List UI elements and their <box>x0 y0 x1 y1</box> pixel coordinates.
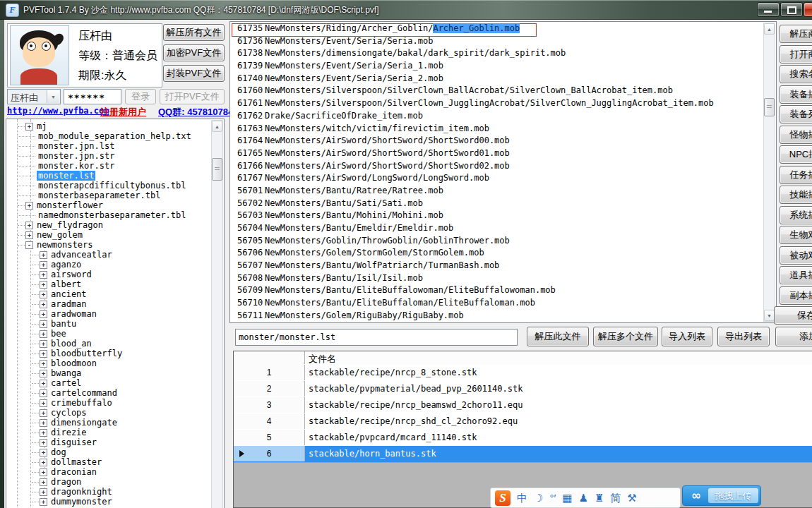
tree-expand-icon[interactable]: + <box>25 123 33 131</box>
tree-item[interactable]: monster.lst <box>6 171 211 181</box>
register-link[interactable]: 注册新用户 <box>100 106 146 119</box>
scroll-up-icon[interactable]: ▲ <box>212 121 222 132</box>
selected-path-input[interactable] <box>235 329 518 346</box>
tree-item[interactable]: +direzie <box>6 428 211 437</box>
open-pvf-button[interactable]: 打开PVF文件 <box>160 89 225 104</box>
file-list-row[interactable]: 56710NewMonsters/Bantu/EliteBuffaloman/E… <box>230 298 763 310</box>
tree-item[interactable]: mob_module_separation_help.txt <box>6 131 211 141</box>
right-panel-button[interactable]: 装备列 <box>780 105 812 123</box>
title-bar[interactable]: F PVFTool 1.7.4 By 沙金 http://www.pvfba.c… <box>0 0 812 20</box>
tree-expand-icon[interactable]: + <box>40 340 47 348</box>
tree-expand-icon[interactable]: + <box>40 310 47 318</box>
punctuation-icon[interactable]: °′ <box>549 488 556 507</box>
tree-item[interactable]: +airsword <box>6 270 211 279</box>
minimize-button[interactable] <box>757 2 780 17</box>
tree-expand-icon[interactable]: + <box>40 281 47 289</box>
import-list-button[interactable]: 导入列表 <box>662 327 712 346</box>
tree-scrollbar[interactable]: ▲ <box>211 120 223 508</box>
right-panel-button[interactable]: 保存 <box>774 306 812 325</box>
sogou-logo-icon[interactable]: S <box>495 490 511 506</box>
tree-item[interactable]: +cartelcommand <box>6 388 211 398</box>
tree-item[interactable]: +ancient <box>6 289 211 299</box>
tree-item[interactable]: +disguiser <box>6 437 211 447</box>
tree-item[interactable]: +dragonknight <box>6 487 211 497</box>
drag-upload-button[interactable]: ∞ 拖拽上传 <box>682 485 761 506</box>
unpack-this-file-button[interactable]: 解压此文件 <box>527 327 589 346</box>
tree-item[interactable]: monster.jpn.str <box>6 151 211 161</box>
tree-item[interactable]: +dragon <box>6 477 211 487</box>
tree-item[interactable]: -newmonsters <box>6 240 211 250</box>
file-list-row[interactable]: 56701NewMonsters/Bantu/Ratree/Ratree.mob <box>230 186 763 198</box>
tree-item[interactable]: +monsterflower <box>6 200 211 210</box>
unpack-all-button[interactable]: 解压所有文件 <box>163 24 225 41</box>
tree-expand-icon[interactable]: + <box>40 449 47 456</box>
tree-expand-icon[interactable]: + <box>40 389 47 397</box>
file-list-row[interactable]: 56709NewMonsters/Bantu/EliteBuffalowoman… <box>230 285 763 298</box>
file-list-row[interactable]: 61767NewMonsters/AirSword/LongSword/Long… <box>230 173 763 186</box>
tree-expand-icon[interactable]: + <box>40 301 47 308</box>
tree-item[interactable]: monsterbaseparameter.tbl <box>6 190 211 200</box>
file-list-row[interactable]: 61735NewMonsters/Riding/Archer_Goblin/Ar… <box>230 23 763 36</box>
file-list-row[interactable]: 61762Drake/SacrificeOfDrake_item.mob <box>230 111 763 123</box>
tree-item[interactable]: +bloodbutterfly <box>6 349 211 358</box>
row-header-cell[interactable]: 2 <box>234 381 305 397</box>
filename-column-header[interactable]: 文件名 <box>309 353 336 365</box>
tree-item[interactable]: +aganzo <box>6 260 211 270</box>
file-list-row[interactable]: 56703NewMonsters/Bantu/Mohini/Mohini.mob <box>230 210 763 223</box>
file-list-row[interactable]: 61766NewMonsters/AirSword/ShortSword/Sho… <box>230 161 763 174</box>
table-row[interactable]: 3stackable/recipe/nrcp_beamswd_2choro11.… <box>234 397 812 414</box>
tree-expand-icon[interactable]: + <box>40 488 47 496</box>
tree-item[interactable]: +new_golem <box>6 230 211 240</box>
tree-expand-icon[interactable]: + <box>40 409 47 417</box>
right-panel-button[interactable]: 技能描 <box>780 186 812 204</box>
table-row[interactable]: 2stackable/pvpmaterial/bead_pvp_2601140.… <box>234 381 812 398</box>
maximize-button[interactable] <box>780 2 803 17</box>
right-panel-button[interactable]: 解压商 <box>780 25 812 43</box>
right-panel-button[interactable]: 道具描 <box>780 266 812 284</box>
tree-scrollbar-thumb[interactable] <box>212 158 222 181</box>
right-panel-button[interactable]: 装备描 <box>780 85 812 104</box>
tree-item[interactable]: +draconian <box>6 467 211 477</box>
site-link[interactable]: http://www.pvfba.com <box>7 106 109 116</box>
tree-item[interactable]: +dummymonster <box>6 497 211 507</box>
tree-item[interactable]: +dimensiongate <box>6 418 211 428</box>
simplified-icon[interactable]: 简 <box>610 488 621 507</box>
tree-item[interactable]: +aradman <box>6 299 211 309</box>
right-panel-button[interactable]: 生物对 <box>780 226 812 244</box>
tree-item[interactable]: monster.jpn.lst <box>6 141 211 151</box>
right-panel-button[interactable]: NPC描 <box>780 145 812 164</box>
tree-expand-icon[interactable]: + <box>40 459 47 466</box>
tree-item[interactable]: monster.kor.str <box>6 161 211 171</box>
file-tree[interactable]: +mjmob_module_separation_help.txtmonster… <box>6 119 225 508</box>
tree-expand-icon[interactable]: + <box>40 251 47 259</box>
file-list-row[interactable]: 56702NewMonsters/Bantu/Sati/Sati.mob <box>230 198 763 211</box>
tree-expand-icon[interactable]: + <box>40 261 47 269</box>
tree-collapse-icon[interactable]: - <box>25 241 33 249</box>
tree-expand-icon[interactable]: + <box>40 291 47 298</box>
login-button[interactable]: 登录 <box>125 89 156 104</box>
tree-item[interactable]: +aradwoman <box>6 309 211 319</box>
right-panel-button[interactable]: 怪物描 <box>780 126 812 144</box>
row-header-cell[interactable]: 4 <box>234 413 305 429</box>
tree-item[interactable]: monsterapcdifficultybonus.tbl <box>6 181 211 190</box>
tree-item[interactable]: +bee <box>6 329 211 339</box>
tree-expand-icon[interactable]: + <box>40 271 47 279</box>
unpack-multiple-button[interactable]: 解压多个文件 <box>593 327 658 346</box>
row-header-cell[interactable]: 5 <box>234 430 305 445</box>
tree-expand-icon[interactable]: + <box>40 468 47 476</box>
row-header-cell[interactable]: 1 <box>234 365 305 380</box>
right-panel-button[interactable]: 搜索名 <box>780 65 812 83</box>
tree-expand-icon[interactable]: + <box>40 370 47 377</box>
tree-item[interactable]: +mj <box>6 121 211 131</box>
tree-expand-icon[interactable]: + <box>40 330 47 338</box>
tree-expand-icon[interactable]: + <box>25 222 33 229</box>
add-to-list-button[interactable]: 添加到列 <box>775 327 812 346</box>
right-panel-button[interactable]: 副本描 <box>780 286 812 305</box>
encrypt-pvf-button[interactable]: 加密PVF文件 <box>163 44 225 61</box>
scroll-down-icon[interactable]: ▼ <box>764 310 775 321</box>
table-row[interactable]: 1stackable/recipe/nrcp_8_stone.stk <box>234 365 812 382</box>
table-row[interactable]: 4stackable/recipe/nrcp_shd_cl_2choro92.e… <box>234 413 812 430</box>
file-list-row[interactable]: 56704NewMonsters/Bantu/Emeldir/Emeldir.m… <box>230 223 763 236</box>
tree-expand-icon[interactable]: + <box>25 202 33 210</box>
export-list-button[interactable]: 导出列表 <box>717 327 770 346</box>
